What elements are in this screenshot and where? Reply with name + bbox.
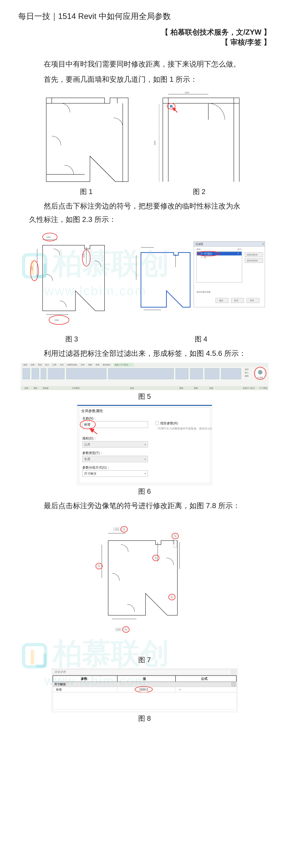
svg-rect-140 <box>232 683 235 686</box>
svg-text:剪贴板: 剪贴板 <box>43 387 49 389</box>
svg-text:注释: 注释 <box>53 364 57 366</box>
table-section: 尺寸标注 <box>54 683 66 686</box>
svg-text:选定的项目总数：: 选定的项目总数： <box>196 291 213 293</box>
svg-text:建筑: 建筑 <box>23 364 27 366</box>
svg-text:视图: 视图 <box>179 387 183 389</box>
svg-text:墙: 墙 <box>204 256 206 258</box>
svg-text:放弃全部(N): 放弃全部(N) <box>247 259 258 261</box>
figure-2-dimension: 2000 1500 <box>148 91 250 185</box>
paragraph: 久性标注，如图 2.3 所示： <box>29 214 260 225</box>
svg-text:▾: ▾ <box>144 443 146 446</box>
svg-text:载入: 载入 <box>245 372 249 374</box>
page-title: 每日一技｜1514 Revit 中如何应用全局参数 <box>18 11 271 22</box>
table-row-value: 1500.0 <box>139 688 148 691</box>
figure-4-filter-dialog: 过滤器 × 类别： 合计： ☑ 尺寸标注 7 ☐ 墙 选择全部(A) 放弃全部(… <box>135 238 267 333</box>
svg-rect-66 <box>205 368 219 379</box>
svg-text:管理: 管理 <box>95 364 99 366</box>
paragraph: 利用过滤器把标注全部过滤出来，形成标签，如图 4.5.6 所示： <box>29 347 260 359</box>
report-checkbox[interactable] <box>156 422 159 425</box>
figure-label: 图 1 <box>80 187 93 196</box>
svg-text:参数类型(T)：: 参数类型(T)： <box>82 451 103 455</box>
svg-text:▾: ▾ <box>144 458 146 461</box>
name-input[interactable] <box>82 421 148 428</box>
svg-text:公共: 公共 <box>84 443 90 446</box>
svg-text:分析: 分析 <box>60 364 64 366</box>
svg-rect-4 <box>170 105 172 107</box>
svg-text:尺寸标注: 尺寸标注 <box>204 252 212 255</box>
svg-text:1500: 1500 <box>55 319 59 321</box>
paragraph: 然后点击下标注旁边的符号，把想要修改的临时性标注改为永 <box>29 200 260 212</box>
svg-text:×: × <box>262 243 264 245</box>
dialog-title: 全局参数属性 <box>81 409 103 413</box>
filter-dialog-title: 过滤器 <box>196 243 203 245</box>
svg-text:合计：: 合计： <box>237 248 244 250</box>
svg-text:搜索参数: 搜索参数 <box>54 670 66 674</box>
svg-text:体量和场地: 体量和场地 <box>67 364 77 366</box>
discipline-select[interactable] <box>82 441 148 447</box>
svg-text:1500: 1500 <box>31 267 33 271</box>
svg-rect-61 <box>48 368 64 379</box>
svg-point-15 <box>49 315 69 324</box>
figure-label: 图 4 <box>195 335 207 344</box>
svg-text:选择: 选择 <box>24 387 28 389</box>
figure-6-global-param-dialog: 全局参数属性 名称(N)： 标签 报告参数(R) （可用于从几何图形条件中提取值… <box>77 405 212 485</box>
table-header: 参数 <box>81 677 88 681</box>
figure-label: 图 2 <box>193 187 205 196</box>
paragraph: 在项目中有时我们需要同时修改距离，接下来说明下怎么做。 <box>29 58 260 70</box>
svg-rect-29 <box>196 251 242 282</box>
table-header: 公式 <box>201 677 207 681</box>
svg-text:几何图形: 几何图形 <box>72 387 80 389</box>
svg-rect-60 <box>41 368 46 379</box>
svg-rect-25 <box>194 242 265 246</box>
svg-rect-62 <box>66 368 106 379</box>
svg-text:附加模块: 附加模块 <box>103 364 111 366</box>
svg-text:修改 | 尺寸标注: 修改 | 尺寸标注 <box>115 364 128 366</box>
svg-rect-139 <box>53 682 236 687</box>
svg-text:7: 7 <box>237 252 238 255</box>
svg-rect-65 <box>190 368 203 379</box>
svg-text:保存: 保存 <box>245 368 249 370</box>
svg-text:属性: 属性 <box>33 387 37 389</box>
svg-text:结构: 结构 <box>31 364 35 366</box>
svg-rect-148 <box>53 692 236 710</box>
figure-label: 图 5 <box>138 392 151 401</box>
svg-text:视图: 视图 <box>88 364 92 366</box>
table-row-label: 标签 <box>56 688 62 691</box>
svg-text:过滤器: 过滤器 <box>257 376 263 379</box>
svg-rect-64 <box>175 368 188 379</box>
svg-text:1500: 1500 <box>185 91 189 94</box>
svg-rect-74 <box>21 386 268 390</box>
svg-text:取消: 取消 <box>234 299 238 302</box>
figure-5-ribbon: 建筑 结构 系统 插入 注释 分析 体量和场地 协作 视图 管理 附加模块 修改… <box>21 363 268 390</box>
figure-label: 图 6 <box>138 487 151 496</box>
svg-text:✎: ✎ <box>123 528 125 531</box>
svg-text:系统: 系统 <box>38 364 42 366</box>
svg-text:1500: 1500 <box>83 254 85 258</box>
svg-text:协作: 协作 <box>81 364 85 366</box>
svg-rect-67 <box>221 368 241 379</box>
svg-text:☑: ☑ <box>201 252 202 255</box>
svg-rect-59 <box>32 368 39 379</box>
param-type-select[interactable] <box>82 456 148 462</box>
svg-text:尺寸标注: 尺寸标注 <box>84 472 97 475</box>
paragraph: 最后点击标注旁边像笔的符号进行修改距离，如图 7.8 所示： <box>29 500 260 512</box>
svg-text:参数分组方式(G)：: 参数分组方式(G)： <box>82 466 110 469</box>
svg-text:标签尺寸标注: 标签尺寸标注 <box>243 387 255 389</box>
svg-text:✎: ✎ <box>155 557 157 559</box>
byline-reviewer: 【 审核/李签 】 <box>18 37 271 47</box>
byline-author: 【 柏慕联创技术服务，文/ZYW 】 <box>18 27 271 37</box>
svg-text:编辑: 编辑 <box>245 375 249 377</box>
svg-text:尺寸界线: 尺寸界线 <box>259 387 267 389</box>
svg-text:✎: ✎ <box>125 628 127 631</box>
svg-text:创建: 创建 <box>209 387 213 389</box>
svg-text:2000: 2000 <box>154 141 156 145</box>
svg-text:选择全部(A): 选择全部(A) <box>247 254 258 256</box>
svg-text:修改: 修改 <box>130 387 134 389</box>
svg-text:（可用于从几何图形条件中提取值，然后在公式中报告）: （可用于从几何图形条件中提取值，然后在公式中报告） <box>156 427 212 430</box>
search-input[interactable] <box>53 670 231 675</box>
figure-7-edit-dims: 1500 ✎ 1500 ✎ ✎ ✎ ✎ 1500 <box>88 515 201 654</box>
svg-text:=: = <box>179 688 181 691</box>
svg-text:插入: 插入 <box>45 364 49 366</box>
figure-8-param-table: 搜索参数 参数 值 公式 尺寸标注 标签 1500.0 = <box>52 668 237 712</box>
figure-1-floorplan <box>39 91 134 185</box>
